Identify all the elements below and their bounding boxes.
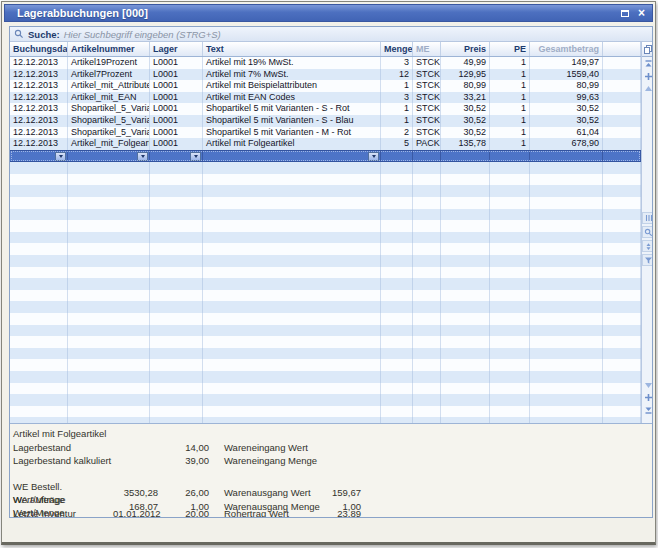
- cell-artikelnummer[interactable]: Shopartikel_5_Variant: [68, 103, 150, 115]
- column-header-menge[interactable]: Menge: [381, 42, 413, 56]
- table-row[interactable]: 12.12.2013Artikel_mit_EANL0001Artikel mi…: [10, 92, 641, 104]
- scroll-to-top-icon[interactable]: [643, 59, 653, 70]
- cell-preis[interactable]: 80,99: [441, 80, 490, 92]
- cell-menge[interactable]: 3: [381, 92, 413, 104]
- filter-cell-me[interactable]: [413, 151, 441, 162]
- cell-text[interactable]: Artikel mit Folgeartikel: [203, 138, 381, 150]
- cell-artikelnummer[interactable]: Artikel_mit_Folgeartik: [68, 138, 150, 150]
- scroll-to-bottom-icon[interactable]: [643, 404, 653, 415]
- cell-blank[interactable]: [603, 138, 641, 150]
- cell-gesamtbetrag[interactable]: 30,52: [530, 115, 603, 127]
- cell-buchungsdatum[interactable]: 12.12.2013: [10, 69, 68, 81]
- cell-text[interactable]: Artikel mit 7% MwSt.: [203, 69, 381, 81]
- cell-buchungsdatum[interactable]: 12.12.2013: [10, 80, 68, 92]
- cell-gesamtbetrag[interactable]: 80,99: [530, 80, 603, 92]
- filter-cell-pe[interactable]: [490, 151, 530, 162]
- cell-buchungsdatum[interactable]: 12.12.2013: [10, 138, 68, 150]
- cell-text[interactable]: Shopartikel 5 mit Varianten - S - Rot: [203, 103, 381, 115]
- cell-preis[interactable]: 129,95: [441, 69, 490, 81]
- cell-pe[interactable]: 1: [490, 69, 530, 81]
- cell-pe[interactable]: 1: [490, 80, 530, 92]
- cell-blank[interactable]: [603, 57, 641, 69]
- cell-blank[interactable]: [603, 80, 641, 92]
- column-header-text[interactable]: Text: [203, 42, 381, 56]
- filter-cell-blank[interactable]: [603, 151, 641, 162]
- column-header-pe[interactable]: PE: [490, 42, 530, 56]
- cell-me[interactable]: STCK: [413, 103, 441, 115]
- filter-cell-preis[interactable]: [441, 151, 490, 162]
- cell-lager[interactable]: L0001: [150, 127, 203, 139]
- cell-preis[interactable]: 30,52: [441, 103, 490, 115]
- cell-blank[interactable]: [603, 69, 641, 81]
- cell-me[interactable]: STCK: [413, 92, 441, 104]
- column-chooser-button[interactable]: [642, 42, 652, 57]
- cell-text[interactable]: Artikel mit 19% MwSt.: [203, 57, 381, 69]
- table-row[interactable]: 12.12.2013Artikel_mit_FolgeartikL0001Art…: [10, 138, 641, 150]
- cell-menge[interactable]: 2: [381, 127, 413, 139]
- scroll-up-icon[interactable]: [643, 83, 653, 94]
- cell-lager[interactable]: L0001: [150, 92, 203, 104]
- table-row[interactable]: 12.12.2013Artikel7ProzentL0001Artikel mi…: [10, 69, 641, 81]
- search-bar[interactable]: Suche: Hier Suchbegriff eingeben (STRG+S…: [10, 27, 652, 42]
- cell-artikelnummer[interactable]: Artikel7Prozent: [68, 69, 150, 81]
- table-row[interactable]: 12.12.2013Shopartikel_5_VariantL0001Shop…: [10, 127, 641, 139]
- cell-gesamtbetrag[interactable]: 149,97: [530, 57, 603, 69]
- cell-gesamtbetrag[interactable]: 99,63: [530, 92, 603, 104]
- cell-pe[interactable]: 1: [490, 115, 530, 127]
- cell-lager[interactable]: L0001: [150, 103, 203, 115]
- cell-blank[interactable]: [603, 115, 641, 127]
- table-row[interactable]: 12.12.2013Shopartikel_5_VariantL0001Shop…: [10, 103, 641, 115]
- filter-cell-gesamtbetrag[interactable]: [530, 151, 603, 162]
- cell-artikelnummer[interactable]: Artikel_mit_EAN: [68, 92, 150, 104]
- column-header-preis[interactable]: Preis: [441, 42, 490, 56]
- cell-menge[interactable]: 1: [381, 115, 413, 127]
- cell-blank[interactable]: [603, 103, 641, 115]
- cell-gesamtbetrag[interactable]: 678,90: [530, 138, 603, 150]
- cell-menge[interactable]: 12: [381, 69, 413, 81]
- cell-preis[interactable]: 30,52: [441, 127, 490, 139]
- cell-menge[interactable]: 1: [381, 103, 413, 115]
- filter-cell-text[interactable]: [203, 151, 381, 162]
- cell-text[interactable]: Shopartikel 5 mit Varianten - S - Blau: [203, 115, 381, 127]
- cell-lager[interactable]: L0001: [150, 138, 203, 150]
- cell-buchungsdatum[interactable]: 12.12.2013: [10, 92, 68, 104]
- cell-me[interactable]: STCK: [413, 57, 441, 69]
- filter-cell-menge[interactable]: [381, 151, 413, 162]
- filter-row[interactable]: [10, 150, 641, 163]
- cell-gesamtbetrag[interactable]: 61,04: [530, 127, 603, 139]
- filter-icon[interactable]: [642, 254, 652, 266]
- cell-buchungsdatum[interactable]: 12.12.2013: [10, 57, 68, 69]
- scroll-down-icon[interactable]: [643, 380, 653, 391]
- grid-search-icon[interactable]: [642, 226, 652, 238]
- cell-lager[interactable]: L0001: [150, 80, 203, 92]
- table-row[interactable]: 12.12.2013Artikel_mit_AttributenL0001Art…: [10, 80, 641, 92]
- title-bar[interactable]: Lagerabbuchungen [000] ×: [4, 4, 653, 22]
- cell-pe[interactable]: 1: [490, 57, 530, 69]
- cell-preis[interactable]: 33,21: [441, 92, 490, 104]
- cell-menge[interactable]: 3: [381, 57, 413, 69]
- column-header-me[interactable]: ME: [413, 42, 441, 56]
- cell-gesamtbetrag[interactable]: 30,52: [530, 103, 603, 115]
- cell-artikelnummer[interactable]: Artikel19Prozent: [68, 57, 150, 69]
- column-header-blank[interactable]: [603, 42, 641, 56]
- cell-pe[interactable]: 1: [490, 127, 530, 139]
- table-row[interactable]: 12.12.2013Shopartikel_5_VariantL0001Shop…: [10, 115, 641, 127]
- filter-cell-lager[interactable]: [150, 151, 203, 162]
- column-layout-icon[interactable]: [642, 212, 652, 224]
- cell-lager[interactable]: L0001: [150, 57, 203, 69]
- cell-me[interactable]: STCK: [413, 69, 441, 81]
- cell-me[interactable]: STCK: [413, 127, 441, 139]
- cell-lager[interactable]: L0001: [150, 115, 203, 127]
- cell-me[interactable]: PACK: [413, 138, 441, 150]
- cell-pe[interactable]: 1: [490, 103, 530, 115]
- cell-pe[interactable]: 1: [490, 138, 530, 150]
- sort-icon[interactable]: [642, 240, 652, 252]
- cell-me[interactable]: STCK: [413, 80, 441, 92]
- column-header-gesamtbetrag[interactable]: Gesamtbetrag: [530, 42, 603, 56]
- cell-menge[interactable]: 5: [381, 138, 413, 150]
- cell-buchungsdatum[interactable]: 12.12.2013: [10, 115, 68, 127]
- cell-text[interactable]: Artikel mit EAN Codes: [203, 92, 381, 104]
- cell-blank[interactable]: [603, 92, 641, 104]
- cell-text[interactable]: Artikel mit Beispielattributen: [203, 80, 381, 92]
- filter-dropdown-button[interactable]: [368, 152, 379, 161]
